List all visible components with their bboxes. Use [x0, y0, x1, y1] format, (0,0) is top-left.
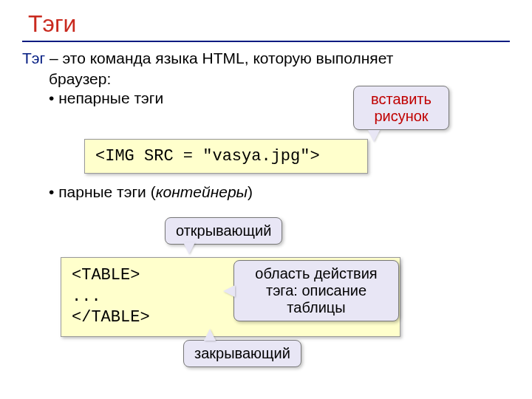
callout-tail-opening: [183, 242, 195, 254]
callout-tail-scope: [223, 285, 235, 297]
code-box-img: <IMG SRC = "vasya.jpg">: [84, 139, 368, 174]
definition-text: Тэг – это команда языка HTML, которую вы…: [22, 50, 510, 67]
bullet-2: • парные тэги (контейнеры): [49, 183, 253, 201]
def-rest1: – это команда языка HTML, которую выполн…: [45, 50, 393, 66]
callout-tail-closing: [204, 329, 216, 341]
term: Тэг: [22, 50, 45, 66]
callout-scope: область действия тэга: описание таблицы: [233, 260, 399, 321]
b2-pre: • парные тэги (: [49, 183, 156, 200]
callout-tail-insert: [368, 130, 380, 142]
callout-insert-image: вставить рисунок: [353, 86, 449, 130]
b2-italic: контейнеры: [156, 183, 248, 200]
callout-opening: открывающий: [165, 217, 282, 245]
title-rule: [22, 41, 510, 42]
b2-post: ): [248, 183, 253, 200]
callout-closing: закрывающий: [183, 340, 301, 367]
slide-title: Тэги: [28, 10, 510, 38]
